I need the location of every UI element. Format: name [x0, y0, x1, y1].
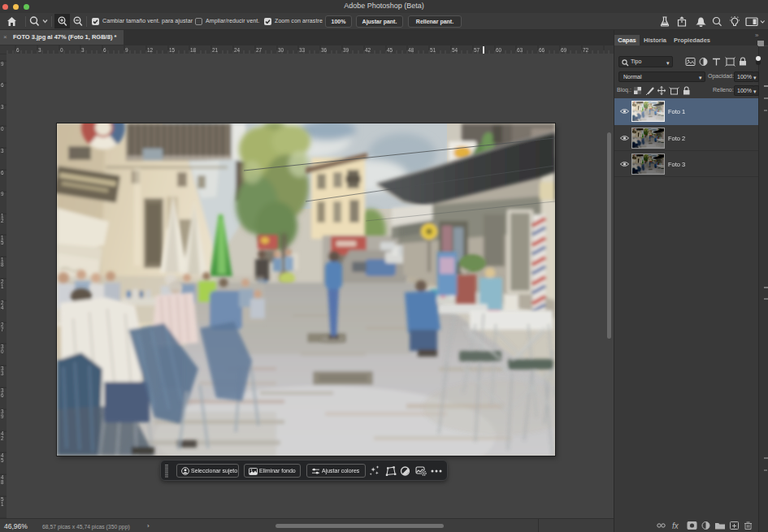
svg-text:fx: fx	[672, 521, 679, 530]
